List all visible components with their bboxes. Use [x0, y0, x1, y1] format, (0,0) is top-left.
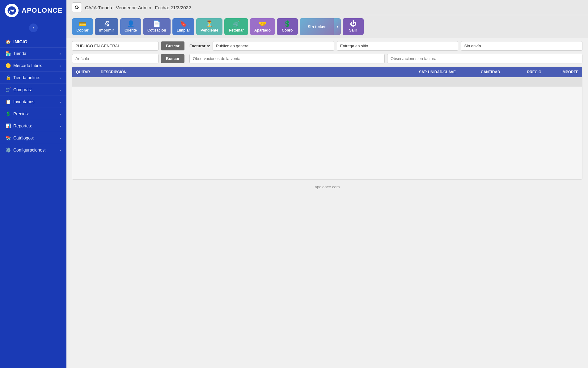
sidebar-item-inventarios[interactable]: Inventarios: › — [0, 96, 66, 108]
sidebar: APOLONCE ‹ INICIO Tienda: › Mercado Libr… — [0, 0, 66, 368]
table-area: QUITAR DESCRIPCIÓN SAT: UNIDAD/CLAVE CAN… — [72, 66, 582, 180]
sidebar-item-tienda[interactable]: Tienda: › — [0, 47, 66, 59]
col-quitar: QUITAR — [72, 70, 97, 74]
footer-text: apolonce.com — [315, 185, 340, 189]
pendiente-icon: ⏳ — [205, 21, 213, 27]
sin-ticket-dropdown-button[interactable]: ▾ — [334, 18, 341, 35]
observaciones-venta-input[interactable] — [189, 54, 385, 63]
home-icon — [6, 39, 11, 44]
sidebar-config-label: Configuraciones: — [13, 148, 46, 152]
sidebar-item-reportes[interactable]: Reportes: › — [0, 120, 66, 132]
col-sat: SAT: UNIDAD/CLAVE — [415, 70, 477, 74]
chevron-right-icon: › — [60, 100, 61, 104]
cobro-label: Cobro — [282, 28, 293, 32]
col-precio: PRECIO — [514, 70, 545, 74]
sidebar-tienda-label: Tienda: — [13, 51, 27, 56]
limpiar-button[interactable]: 🔖 Limpiar — [172, 18, 194, 35]
main-content: ⟳ CAJA:Tienda | Vendedor: Admin | Fecha:… — [66, 0, 588, 368]
sidebar-online-label: Tienda online: — [13, 75, 40, 80]
app-name: APOLONCE — [22, 6, 63, 15]
facturar-input[interactable] — [213, 41, 334, 51]
salir-button[interactable]: ⏻ Salir — [343, 18, 364, 35]
table-body — [72, 87, 582, 179]
salir-label: Salir — [349, 28, 357, 32]
chevron-right-icon: › — [60, 75, 61, 80]
dropdown-arrow-icon: ▾ — [336, 24, 338, 29]
customer-input[interactable] — [72, 41, 159, 51]
online-icon — [6, 75, 11, 80]
article-search-button[interactable]: Buscar — [161, 54, 184, 63]
sidebar-inicio-label: INICIO — [13, 39, 27, 44]
sidebar-compras-label: Compras: — [13, 87, 32, 92]
customer-search-label: Buscar — [166, 44, 180, 48]
retomar-button[interactable]: 🛒 Retomar — [224, 18, 248, 35]
table-header: QUITAR DESCRIPCIÓN SAT: UNIDAD/CLAVE CAN… — [72, 67, 582, 77]
imprimir-button[interactable]: 🖨 Imprimir — [95, 18, 118, 35]
cotizacion-icon: 📄 — [153, 21, 161, 27]
sidebar-collapse-area: ‹ — [0, 21, 66, 36]
report-icon — [6, 123, 11, 128]
sin-ticket-button[interactable]: Sin ticket — [300, 18, 334, 35]
chevron-right-icon: › — [60, 112, 61, 116]
cotizacion-label: Cotización — [147, 28, 166, 32]
apartado-button[interactable]: 🤝 Apartado — [250, 18, 275, 35]
sidebar-inventarios-label: Inventarios: — [13, 99, 36, 104]
sin-ticket-wrapper: Sin ticket ▾ — [300, 18, 341, 35]
customer-search-button[interactable]: Buscar — [161, 41, 184, 50]
envio-input[interactable] — [461, 41, 582, 51]
sidebar-item-tienda-online[interactable]: Tienda online: › — [0, 71, 66, 83]
header-title: CAJA:Tienda | Vendedor: Admin | Fecha: 2… — [85, 5, 191, 10]
chevron-right-icon: › — [60, 88, 61, 92]
retomar-label: Retomar — [229, 28, 244, 32]
salir-icon: ⏻ — [350, 21, 356, 27]
sidebar-item-inicio[interactable]: INICIO — [0, 36, 66, 47]
observaciones-factura-input[interactable] — [387, 54, 582, 63]
facturar-label: Facturar a: — [189, 44, 210, 48]
cliente-icon: 👤 — [127, 21, 135, 27]
header-bar: ⟳ CAJA:Tienda | Vendedor: Admin | Fecha:… — [66, 0, 588, 15]
pendiente-button[interactable]: ⏳ Pendiente — [196, 18, 222, 35]
imprimir-icon: 🖨 — [104, 21, 110, 27]
footer: apolonce.com — [66, 180, 588, 194]
article-row: Buscar — [72, 54, 582, 63]
cotizacion-button[interactable]: 📄 Cotización — [143, 18, 171, 35]
chevron-right-icon: › — [60, 136, 61, 140]
inventory-icon — [6, 99, 11, 104]
sidebar-item-mercadolibre[interactable]: Mercado Libre: › — [0, 59, 66, 71]
col-importe: IMPORTE — [545, 70, 582, 74]
chevron-right-icon: › — [60, 124, 61, 128]
cliente-label: Cliente — [125, 28, 137, 32]
cobrar-label: Cobrar — [76, 28, 88, 32]
sidebar-reportes-label: Reportes: — [13, 123, 32, 128]
sin-ticket-label: Sin ticket — [308, 24, 326, 29]
limpiar-label: Limpiar — [177, 28, 190, 32]
cobro-icon: 💲 — [283, 21, 291, 27]
sidebar-item-catalogos[interactable]: Catálogos: › — [0, 132, 66, 144]
customer-row: Buscar Facturar a: — [72, 41, 582, 51]
refresh-button[interactable]: ⟳ — [72, 2, 82, 12]
chevron-right-icon: › — [60, 63, 61, 68]
svg-point-1 — [11, 10, 13, 11]
entrega-input[interactable] — [337, 41, 459, 51]
cliente-button[interactable]: 👤 Cliente — [120, 18, 141, 35]
sidebar-item-precios[interactable]: Precios: › — [0, 108, 66, 120]
retomar-icon: 🛒 — [232, 21, 240, 27]
price-icon — [6, 111, 11, 116]
table-empty-row — [72, 77, 582, 87]
article-search-label: Buscar — [166, 56, 180, 61]
catalog-icon — [6, 135, 11, 140]
apartado-icon: 🤝 — [259, 21, 266, 27]
col-descripcion: DESCRIPCIÓN — [97, 70, 415, 74]
limpiar-icon: 🔖 — [180, 21, 187, 27]
sidebar-ml-label: Mercado Libre: — [13, 63, 42, 68]
sidebar-item-compras[interactable]: Compras: › — [0, 83, 66, 96]
sidebar-logo: APOLONCE — [0, 0, 66, 21]
chevron-right-icon: › — [60, 51, 61, 56]
sidebar-item-configuraciones[interactable]: Configuraciones: › — [0, 144, 66, 156]
article-input[interactable] — [72, 54, 159, 63]
cobro-button[interactable]: 💲 Cobro — [277, 18, 298, 35]
sidebar-collapse-button[interactable]: ‹ — [29, 24, 38, 32]
pendiente-label: Pendiente — [201, 28, 218, 32]
cobrar-button[interactable]: 💳 Cobrar — [72, 18, 93, 35]
col-cantidad: CANTIDAD — [477, 70, 514, 74]
